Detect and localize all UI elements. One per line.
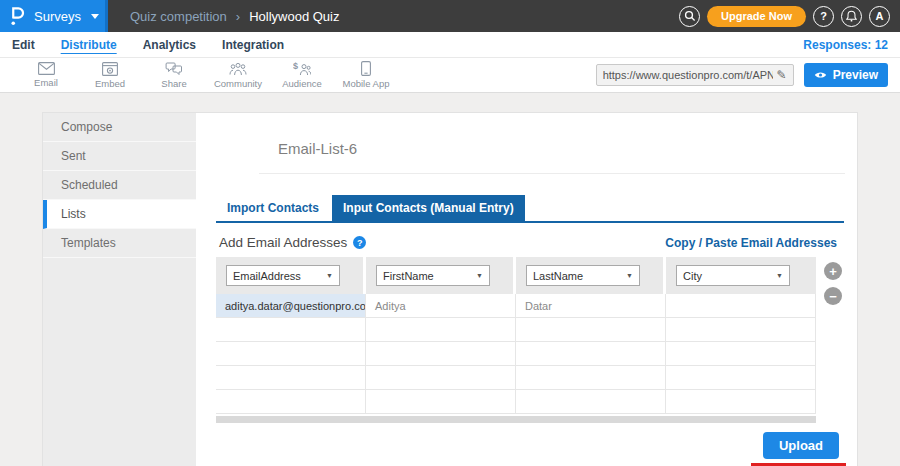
sidebar-item-scheduled[interactable]: Scheduled	[43, 171, 196, 200]
title-divider	[259, 173, 845, 174]
contacts-grid: EmailAddress FirstName	[216, 257, 816, 423]
cell-email[interactable]	[216, 342, 366, 366]
sidebar-item-lists[interactable]: Lists	[43, 200, 196, 229]
cell-email[interactable]	[216, 318, 366, 342]
survey-nav: Edit Distribute Analytics Integration Re…	[0, 32, 900, 58]
upload-button[interactable]: Upload	[763, 432, 839, 459]
cell-firstname[interactable]: Aditya	[366, 294, 516, 318]
contacts-tab-bar: Import Contacts Input Contacts (Manual E…	[216, 195, 844, 223]
toolbar-item-share[interactable]: Share	[142, 62, 206, 89]
cell-lastname[interactable]	[516, 366, 666, 390]
survey-url-value: https://www.questionpro.com/t/APNrFZ	[603, 69, 773, 81]
svg-text:$: $	[293, 62, 298, 71]
cell-email[interactable]	[216, 390, 366, 414]
community-icon	[229, 62, 247, 76]
header-cell: City	[666, 257, 816, 294]
add-email-addresses-heading: Add Email Addresses	[219, 235, 347, 250]
cell-city[interactable]	[666, 318, 816, 342]
copy-paste-emails-link[interactable]: Copy / Paste Email Addresses	[665, 236, 837, 250]
share-icon	[165, 62, 183, 76]
header-actions: Upgrade Now ? A	[679, 6, 900, 27]
column-select-emailaddress[interactable]: EmailAddress	[226, 265, 340, 286]
search-button[interactable]	[679, 6, 700, 27]
toolbar-item-email[interactable]: Email	[14, 62, 78, 88]
list-title[interactable]: Email-List-6	[278, 140, 357, 157]
upgrade-now-button[interactable]: Upgrade Now	[707, 6, 806, 27]
remove-row-button[interactable]: −	[824, 287, 842, 305]
edit-url-icon[interactable]	[777, 68, 787, 82]
distribute-toolbar: Email Embed Share Community $	[0, 58, 900, 93]
cell-city[interactable]	[666, 366, 816, 390]
chevron-down-icon	[476, 272, 483, 279]
tab-import-contacts[interactable]: Import Contacts	[216, 195, 330, 221]
cell-firstname[interactable]	[366, 342, 516, 366]
cell-city[interactable]	[666, 390, 816, 414]
cell-city[interactable]	[666, 342, 816, 366]
contacts-grid-header: EmailAddress FirstName	[216, 257, 816, 294]
breadcrumb-parent[interactable]: Quiz competition	[130, 9, 227, 24]
preview-button[interactable]: Preview	[804, 63, 888, 87]
breadcrumb-current: Hollywood Quiz	[249, 9, 339, 24]
column-select-city[interactable]: City	[676, 265, 790, 286]
column-select-firstname[interactable]: FirstName	[376, 265, 490, 286]
notifications-button[interactable]	[841, 6, 862, 27]
row-controls: + −	[824, 257, 842, 423]
cell-lastname[interactable]: Datar	[516, 294, 666, 318]
surveys-menu-label: Surveys	[34, 9, 81, 24]
toolbar-item-label: Audience	[282, 78, 322, 89]
nav-item-analytics[interactable]: Analytics	[143, 38, 196, 52]
table-scrollbar[interactable]	[216, 416, 816, 423]
surveys-menu[interactable]: Surveys	[0, 0, 108, 32]
eye-icon	[814, 70, 827, 80]
cell-firstname[interactable]	[366, 318, 516, 342]
nav-item-integration[interactable]: Integration	[222, 38, 284, 52]
header-cell: LastName	[516, 257, 666, 294]
toolbar-item-label: Embed	[95, 78, 125, 89]
cell-firstname[interactable]	[366, 390, 516, 414]
tab-input-contacts-manual[interactable]: Input Contacts (Manual Entry)	[332, 195, 525, 221]
search-icon	[684, 10, 696, 22]
survey-url-field[interactable]: https://www.questionpro.com/t/APNrFZ	[596, 64, 794, 86]
table-row	[216, 390, 816, 414]
cell-email[interactable]: aditya.datar@questionpro.com	[216, 294, 366, 318]
sidebar-item-sent[interactable]: Sent	[43, 142, 196, 171]
app-header: Surveys Quiz competition › Hollywood Qui…	[0, 0, 900, 32]
email-icon	[38, 62, 55, 75]
audience-icon: $	[293, 62, 311, 76]
toolbar-item-label: Email	[34, 77, 58, 88]
nav-item-edit[interactable]: Edit	[12, 38, 35, 52]
help-icon[interactable]: ?	[353, 236, 366, 249]
toolbar-item-mobile-app[interactable]: Mobile App	[334, 61, 398, 89]
responses-count: Responses: 12	[803, 38, 888, 52]
cell-lastname[interactable]	[516, 390, 666, 414]
nav-item-distribute[interactable]: Distribute	[61, 38, 117, 52]
toolbar-item-audience[interactable]: $ Audience	[270, 62, 334, 89]
avatar[interactable]: A	[869, 6, 890, 27]
survey-url-zone: https://www.questionpro.com/t/APNrFZ Pre…	[596, 63, 900, 87]
toolbar-item-label: Share	[161, 78, 186, 89]
questionpro-logo-icon	[9, 5, 26, 27]
help-button[interactable]: ?	[813, 6, 834, 27]
chevron-down-icon	[326, 272, 333, 279]
sidebar-item-compose[interactable]: Compose	[43, 113, 196, 142]
page-body: Compose Sent Scheduled Lists Templates E…	[0, 93, 900, 466]
cell-lastname[interactable]	[516, 318, 666, 342]
header-cell: EmailAddress	[216, 257, 366, 294]
cell-email[interactable]	[216, 366, 366, 390]
add-row-button[interactable]: +	[824, 262, 842, 280]
toolbar-item-community[interactable]: Community	[206, 62, 270, 89]
toolbar-item-embed[interactable]: Embed	[78, 62, 142, 89]
cell-firstname[interactable]	[366, 366, 516, 390]
contacts-table-zone: EmailAddress FirstName	[216, 257, 857, 423]
list-title-row: Email-List-6	[196, 113, 857, 158]
cell-city[interactable]	[666, 294, 816, 318]
chevron-down-icon	[776, 272, 783, 279]
cell-lastname[interactable]	[516, 342, 666, 366]
add-emails-heading-row: Add Email Addresses ? Copy / Paste Email…	[219, 235, 837, 250]
chevron-down-icon	[91, 14, 99, 19]
header-cell: FirstName	[366, 257, 516, 294]
table-row: aditya.datar@questionpro.com Aditya Data…	[216, 294, 816, 318]
sidebar-item-templates[interactable]: Templates	[43, 229, 196, 258]
column-select-lastname[interactable]: LastName	[526, 265, 640, 286]
breadcrumb: Quiz competition › Hollywood Quiz	[130, 9, 340, 24]
